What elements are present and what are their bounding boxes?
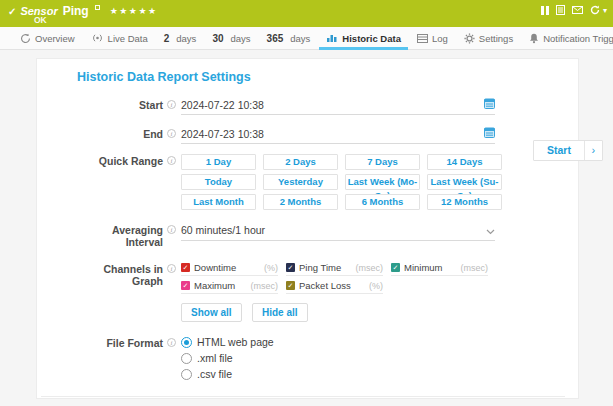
historic-data-panel: Historic Data Report Settings Start i 20… xyxy=(36,58,579,399)
priority-stars[interactable]: ★★★★★ xyxy=(110,6,158,16)
tab-live-data[interactable]: Live Data xyxy=(83,27,156,49)
gear-icon xyxy=(464,33,475,44)
tab-unit: days xyxy=(231,33,251,44)
quick-range-last-week-mo-su-button[interactable]: Last Week (Mo-Su) xyxy=(345,174,420,190)
radio-label: .csv file xyxy=(197,368,232,380)
status-check-icon: ✓ xyxy=(8,6,16,17)
hide-all-button[interactable]: Hide all xyxy=(252,303,308,322)
averaging-interval-value: 60 minutes/1 hour xyxy=(181,224,265,236)
quick-range-today-button[interactable]: Today xyxy=(181,174,256,190)
info-icon[interactable]: i xyxy=(167,129,176,138)
tab-label: Overview xyxy=(35,33,75,44)
end-label: End xyxy=(77,127,163,140)
bar-chart-icon xyxy=(326,33,338,43)
tab-number: 2 xyxy=(164,33,170,44)
file-format-label: File Format xyxy=(77,336,163,349)
radio-xml-file[interactable] xyxy=(181,353,192,364)
pause-icon[interactable] xyxy=(541,6,549,15)
tab-historic-data[interactable]: Historic Data xyxy=(318,27,409,49)
section-divider xyxy=(41,396,565,397)
channel-unit: (msec) xyxy=(356,263,384,273)
quick-range-12-months-button[interactable]: 12 Months xyxy=(427,194,502,210)
tab-365-days[interactable]: 365days xyxy=(259,27,319,49)
start-report-arrow-button[interactable]: › xyxy=(584,141,602,160)
tab-label: Live Data xyxy=(108,33,148,44)
tab-30-days[interactable]: 30days xyxy=(204,27,258,49)
info-icon[interactable]: i xyxy=(167,264,176,273)
chevron-down-icon xyxy=(486,225,495,237)
averaging-interval-row: Averaging Interval i 60 minutes/1 hour xyxy=(77,223,578,248)
calendar-icon[interactable] xyxy=(484,127,495,140)
info-icon[interactable]: i xyxy=(167,100,176,109)
quick-range-1-day-button[interactable]: 1 Day xyxy=(181,154,256,170)
calendar-icon[interactable] xyxy=(484,98,495,111)
quick-range-label: Quick Range xyxy=(77,154,163,167)
quick-range-2-days-button[interactable]: 2 Days xyxy=(263,154,338,170)
channel-packet-loss: ✓ Packet Loss (%) xyxy=(286,280,383,294)
file-format-row: File Format i HTML web page .xml file .c… xyxy=(77,336,578,384)
averaging-interval-select[interactable]: 60 minutes/1 hour xyxy=(181,223,495,241)
show-all-button[interactable]: Show all xyxy=(181,303,242,322)
channel-maximum: ✓ Maximum (msec) xyxy=(181,280,278,294)
tab-2-days[interactable]: 2days xyxy=(156,27,205,49)
averaging-interval-label: Averaging Interval xyxy=(77,223,163,248)
tab-log[interactable]: Log xyxy=(409,27,456,49)
start-label: Start xyxy=(77,98,163,111)
start-datetime-input[interactable]: 2024-07-22 10:38 xyxy=(181,98,495,115)
channel-unit: (%) xyxy=(369,281,383,291)
channels-row: Channels in Graph i ✓ Downtime (%) ✓ Pin… xyxy=(77,262,578,322)
end-datetime-value: 2024-07-23 10:38 xyxy=(181,128,264,140)
sensor-status-badge: OK xyxy=(34,15,47,25)
info-icon[interactable]: i xyxy=(167,225,176,234)
channel-unit: (%) xyxy=(264,263,278,273)
quick-range-6-months-button[interactable]: 6 Months xyxy=(345,194,420,210)
bell-icon xyxy=(529,33,539,44)
quick-range-last-month-button[interactable]: Last Month xyxy=(181,194,256,210)
start-report-button[interactable]: Start xyxy=(534,141,584,160)
section-title-report-settings: Historic Data Report Settings xyxy=(77,70,578,84)
channel-checkbox[interactable]: ✓ xyxy=(286,281,295,290)
quick-range-2-months-button[interactable]: 2 Months xyxy=(263,194,338,210)
channel-checkbox[interactable]: ✓ xyxy=(286,263,295,272)
radio-html-web-page[interactable] xyxy=(181,337,192,348)
quick-range-yesterday-button[interactable]: Yesterday xyxy=(263,174,338,190)
quick-range-row: Quick Range i 1 Day 2 Days 7 Days 14 Day… xyxy=(77,154,578,210)
quick-range-14-days-button[interactable]: 14 Days xyxy=(427,154,502,170)
tab-bar: Overview Live Data 2days 30days 365days … xyxy=(0,27,613,50)
tab-unit: days xyxy=(290,33,310,44)
channel-unit: (msec) xyxy=(251,281,279,291)
tab-label: Historic Data xyxy=(342,33,401,44)
channel-checkbox[interactable]: ✓ xyxy=(391,263,400,272)
channel-checkbox[interactable]: ✓ xyxy=(181,281,190,290)
quick-range-7-days-button[interactable]: 7 Days xyxy=(345,154,420,170)
channel-checkbox[interactable]: ✓ xyxy=(181,263,190,272)
radio-label: HTML web page xyxy=(197,336,274,348)
tab-number: 365 xyxy=(267,33,284,44)
tab-overview[interactable]: Overview xyxy=(12,27,83,49)
radio-label: .xml file xyxy=(197,352,233,364)
channel-downtime: ✓ Downtime (%) xyxy=(181,262,278,276)
tab-settings[interactable]: Settings xyxy=(456,27,521,49)
email-icon[interactable] xyxy=(572,6,583,14)
sensor-flag-icon xyxy=(95,5,100,10)
start-datetime-value: 2024-07-22 10:38 xyxy=(181,99,264,111)
sensor-header: ✓ Sensor Ping ★★★★★ OK ▾ xyxy=(0,0,613,27)
channel-unit: (msec) xyxy=(461,263,489,273)
chevron-down-icon[interactable]: ▾ xyxy=(603,6,607,15)
tab-number: 30 xyxy=(212,33,223,44)
channel-name: Packet Loss xyxy=(299,280,365,291)
sensor-name: Ping xyxy=(63,4,89,18)
overview-icon xyxy=(20,33,31,44)
start-report-split-button: Start › xyxy=(533,140,603,161)
live-data-icon xyxy=(91,33,104,43)
info-icon[interactable]: i xyxy=(167,156,176,165)
tab-notification-triggers[interactable]: Notification Triggers xyxy=(521,27,613,49)
radio-csv-file[interactable] xyxy=(181,369,192,380)
refresh-icon[interactable] xyxy=(590,5,600,15)
report-icon[interactable] xyxy=(556,5,565,15)
quick-range-last-week-su-sa-button[interactable]: Last Week (Su-Sa) xyxy=(427,174,502,190)
info-icon[interactable]: i xyxy=(167,338,176,347)
end-datetime-input[interactable]: 2024-07-23 10:38 xyxy=(181,127,495,144)
channel-name: Maximum xyxy=(194,280,247,291)
channel-ping-time: ✓ Ping Time (msec) xyxy=(286,262,383,276)
